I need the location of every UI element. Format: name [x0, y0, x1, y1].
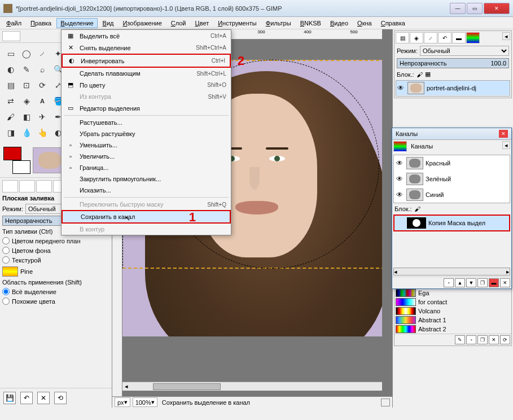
menu-слой[interactable]: Слой [167, 18, 190, 28]
gradient-item[interactable]: for contact [394, 298, 511, 307]
menu-item-граница---[interactable]: ▫Граница... [62, 162, 231, 173]
menu-изображение[interactable]: Изображение [119, 18, 165, 28]
menu-item-инвертировать[interactable]: ◐ИнвертироватьCtrl+I2 [62, 54, 231, 68]
channels-tab-active[interactable] [393, 141, 407, 152]
blur-tool[interactable]: 💧 [19, 125, 34, 140]
menu-видео[interactable]: Видео [326, 18, 352, 28]
edit-grad-button[interactable]: ✎ [455, 335, 465, 344]
menu-инструменты[interactable]: Инструменты [214, 18, 261, 28]
menu-item-снять-выделение[interactable]: ✕Снять выделениеShift+Ctrl+A [62, 42, 231, 54]
rotate-tool[interactable]: ⟳ [35, 78, 50, 93]
paths-tab[interactable]: ⟋ [424, 32, 437, 43]
fg-color[interactable] [3, 147, 21, 160]
maximize-button[interactable]: ▭ [467, 3, 483, 14]
zoom-display[interactable]: 100% ▾ [133, 397, 157, 407]
gradient-item[interactable]: Abstract 1 [394, 316, 511, 325]
undo-tab[interactable]: ↶ [438, 32, 451, 43]
layer-item[interactable]: 👁 portret-andjelini-dj [396, 81, 510, 96]
cage-tool[interactable]: ◈ [19, 94, 34, 108]
menu-файл[interactable]: Файл [2, 18, 25, 28]
save-options-button[interactable]: 💾 [3, 392, 16, 404]
menu-item-уменьшить---[interactable]: ▫Уменьшить... [62, 139, 231, 151]
fill-pattern-radio[interactable]: Текстурой [2, 255, 109, 265]
lock-pixels-icon[interactable]: 🖌 [416, 71, 423, 78]
rect-select-tool[interactable]: ▭ [3, 46, 18, 61]
foreground-select-tool[interactable]: ◐ [3, 62, 18, 77]
lock-alpha-icon[interactable]: ▦ [425, 71, 431, 78]
channel-red[interactable]: 👁 Красный [394, 155, 510, 171]
visibility-icon[interactable]: 👁 [397, 84, 405, 92]
delete-options-button[interactable]: ✕ [37, 392, 50, 404]
minimize-button[interactable]: — [450, 3, 466, 14]
gradient-item[interactable]: Ega [394, 288, 511, 298]
toolbox-tab[interactable] [2, 31, 20, 41]
menu-item-убрать-растуш-вку[interactable]: Убрать растушёвку [62, 128, 231, 139]
layer-name[interactable]: portret-andjelini-dj [427, 85, 476, 91]
dup-channel-button[interactable]: ❐ [477, 278, 488, 287]
visibility-icon[interactable]: 👁 [396, 159, 404, 167]
text-tool[interactable]: A [35, 94, 50, 108]
menu-выделение[interactable]: Выделение [56, 18, 97, 28]
align-tool[interactable]: ▤ [3, 78, 18, 93]
restore-options-button[interactable]: ↶ [20, 392, 33, 404]
layer-opacity-slider[interactable]: Непрозрачность 100.0 [397, 58, 509, 68]
refresh-grad-button[interactable]: ⟳ [500, 335, 510, 344]
channel-mask-item[interactable]: Копия Маска выдел [394, 216, 509, 230]
menu-bnksb[interactable]: BNKSB [296, 18, 325, 28]
lower-channel-button[interactable]: ▼ [466, 278, 476, 287]
pattern-swatch[interactable] [2, 266, 18, 277]
menu-item-растушевать---[interactable]: Растушевать... [62, 117, 231, 128]
menu-фильтры[interactable]: Фильтры [262, 18, 295, 28]
new-channel-button[interactable]: ▫ [444, 278, 454, 287]
options-tab-2[interactable] [19, 180, 35, 193]
nav-button[interactable] [381, 399, 390, 406]
to-sel-button[interactable]: ▬ [489, 278, 499, 287]
menu-item-редактор-выделения[interactable]: ▭Редактор выделения [62, 102, 231, 114]
mask-name[interactable]: Копия Маска выдел [428, 220, 485, 226]
layers-tab[interactable]: ▤ [396, 32, 409, 43]
eraser-tool[interactable]: ◧ [19, 110, 34, 124]
flip-tool[interactable]: ⇄ [3, 94, 18, 108]
layer-mode-select[interactable]: Обычный [420, 46, 509, 56]
color-picker-tool[interactable]: ⌕ [35, 62, 50, 77]
menu-справка[interactable]: Справка [377, 18, 409, 28]
fg-bg-colors[interactable] [3, 147, 30, 174]
channel-green[interactable]: 👁 Зелёный [394, 171, 510, 187]
visibility-icon[interactable]: 👁 [396, 191, 404, 199]
area-all-radio[interactable]: Всё выделение [2, 287, 109, 296]
channels-tab[interactable]: ◈ [410, 32, 423, 43]
smudge-tool[interactable]: 👆 [35, 125, 50, 140]
fill-bg-radio[interactable]: Цветом фона [2, 246, 109, 255]
menu-item-закруглить-прямоугольник---[interactable]: Закруглить прямоугольник... [62, 173, 231, 185]
menu-item-сделать-плавающим[interactable]: Сделать плавающимShift+Ctrl+L [62, 68, 231, 79]
panel-menu[interactable]: ◂ [502, 32, 510, 40]
menu-item-увеличить---[interactable]: ▫Увеличить... [62, 151, 231, 162]
unit-selector[interactable]: px ▾ [115, 397, 130, 407]
layers-tab-2[interactable] [466, 32, 480, 43]
perspective-clone-tool[interactable]: ◨ [3, 125, 18, 140]
ellipse-select-tool[interactable]: ◯ [19, 46, 34, 61]
crop-tool[interactable]: ⊡ [19, 78, 34, 93]
paths-tool[interactable]: ✎ [19, 62, 34, 77]
options-tab-1[interactable] [2, 180, 18, 193]
menu-цвет[interactable]: Цвет [191, 18, 213, 28]
reset-options-button[interactable]: ⟲ [54, 392, 67, 404]
raise-channel-button[interactable]: ▲ [455, 278, 465, 287]
menu-item-по-цвету[interactable]: ⬒По цветуShift+O [62, 79, 231, 91]
gradient-item[interactable]: Abstract 2 [394, 325, 511, 334]
menu-вид[interactable]: Вид [99, 18, 118, 28]
airbrush-tool[interactable]: ✈ [35, 110, 50, 124]
visibility-icon[interactable]: 👁 [396, 175, 404, 183]
dup-grad-button[interactable]: ❐ [477, 335, 488, 344]
fill-fg-radio[interactable]: Цветом переднего план [2, 236, 109, 246]
del-channel-button[interactable]: ✕ [500, 278, 510, 287]
menu-окна[interactable]: Окна [353, 18, 376, 28]
del-grad-button[interactable]: ✕ [489, 335, 499, 344]
paintbrush-tool[interactable]: 🖌 [3, 110, 18, 124]
options-tab-3[interactable] [36, 180, 52, 193]
gradient-item[interactable]: Volcano [394, 307, 511, 316]
menu-item-сохранить-в-канал[interactable]: Сохранить в канал↖1 [62, 210, 231, 224]
hist-tab[interactable]: ▬ [452, 32, 466, 43]
menu-item-выделить-вс-[interactable]: ▦Выделить всёCtrl+A [62, 30, 231, 42]
menu-правка[interactable]: Правка [27, 18, 55, 28]
